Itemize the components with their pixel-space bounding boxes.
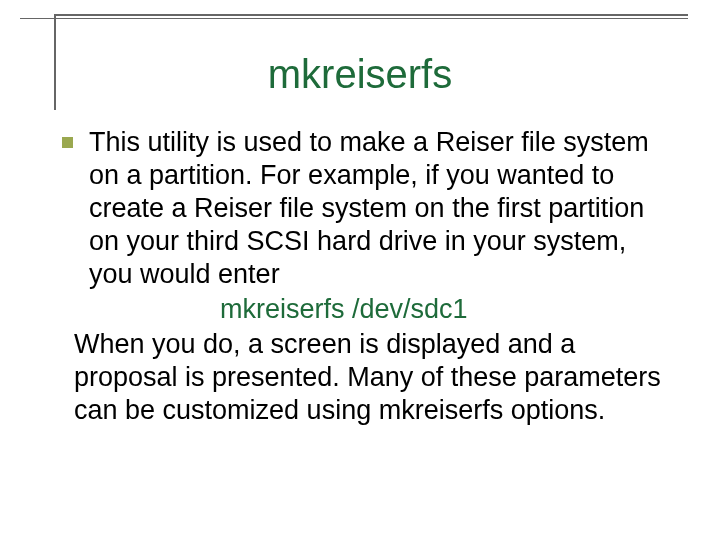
square-bullet-icon (62, 137, 73, 148)
decorative-rule-outer (20, 18, 688, 19)
slide-title: mkreiserfs (0, 52, 720, 97)
bullet-intro-text: This utility is used to make a Reiser fi… (89, 126, 662, 291)
bullet-followup-text: When you do, a screen is displayed and a… (74, 328, 662, 427)
bullet-item: This utility is used to make a Reiser fi… (62, 126, 662, 291)
slide-body: This utility is used to make a Reiser fi… (62, 126, 662, 426)
decorative-rule-top (54, 14, 688, 16)
command-text: mkreiserfs /dev/sdc1 (220, 293, 662, 326)
slide: mkreiserfs This utility is used to make … (0, 0, 720, 540)
